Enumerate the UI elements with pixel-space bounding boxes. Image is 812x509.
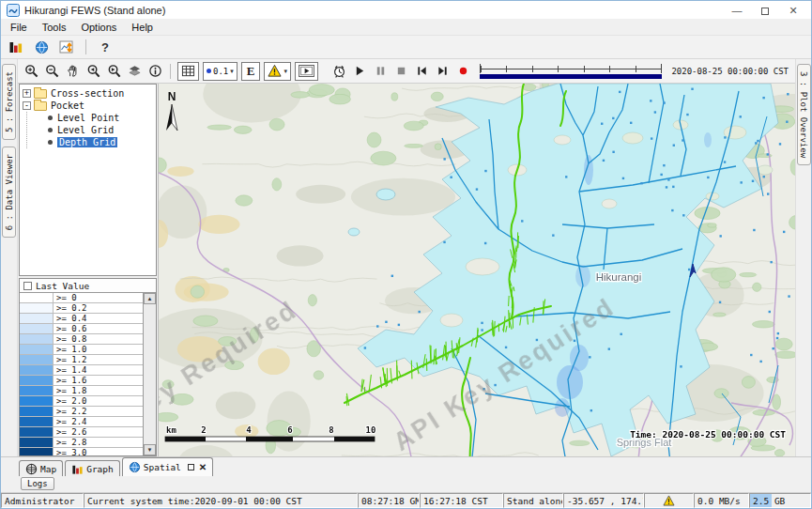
legend-toggle-button[interactable]: E: [241, 62, 261, 81]
legend-row: >= 3.0: [20, 448, 143, 455]
tree-item-level-grid[interactable]: Level Grid: [45, 124, 156, 136]
tab-map[interactable]: Map: [19, 460, 63, 476]
menu-help[interactable]: Help: [124, 20, 161, 35]
bar-chart-icon: [71, 463, 84, 475]
legend-row: >= 1.4: [20, 365, 143, 376]
tab-spatial[interactable]: Spatial ✕: [122, 457, 213, 476]
minimize-button[interactable]: —: [723, 2, 751, 19]
left-panel: + Cross-section - Pocket Lev: [18, 84, 159, 456]
logs-button[interactable]: Logs: [21, 477, 54, 490]
expander-icon[interactable]: -: [23, 101, 31, 110]
zoom-in-button[interactable]: [22, 62, 40, 81]
legend-rows: >= 0>= 0.2>= 0.4>= 0.6>= 0.8>= 1.0>= 1.2…: [20, 293, 143, 455]
timeline-slider[interactable]: [480, 64, 662, 79]
legend-row-label: >= 3.0: [54, 448, 143, 455]
zoom-out-button[interactable]: [42, 62, 61, 81]
legend-row-label: >= 2.8: [54, 438, 143, 447]
scroll-up-arrow[interactable]: ▲: [144, 293, 156, 304]
zoom-next-button[interactable]: [104, 62, 123, 81]
app-logo-icon: [7, 4, 20, 17]
legend-color-swatch: [20, 376, 54, 385]
window-title: Hikurangi FEWS (Stand alone): [24, 5, 165, 16]
tab-graph[interactable]: Graph: [65, 460, 120, 476]
last-value-checkbox[interactable]: [23, 282, 32, 290]
timeline-progress-bar: [480, 74, 662, 79]
timeline-rail[interactable]: [480, 64, 662, 73]
data-viewer-icon[interactable]: [6, 38, 26, 56]
map-time-label: Time: 2020-08-25 00:00:00 CST: [630, 429, 786, 440]
map-view[interactable]: API Key Required API Key Required Hikura…: [159, 84, 795, 456]
chevron-down-icon: ▾: [230, 68, 234, 75]
warning-icon: [268, 64, 282, 78]
grid-toggle-button[interactable]: [177, 62, 199, 81]
legend-color-swatch: [20, 334, 54, 344]
tree-item-level-point[interactable]: Level Point: [45, 112, 156, 124]
legend-row-label: >= 0.6: [54, 324, 143, 333]
layers-button[interactable]: [125, 62, 144, 81]
panel-tab-label: 3 : Plot Overview: [799, 71, 808, 158]
svg-text:8: 8: [329, 425, 333, 435]
panel-tab-data-viewer[interactable]: 6 : Data Viewer: [2, 147, 16, 238]
toolbar-separator: [170, 64, 171, 79]
right-panel-strip: 3 : Plot Overview: [795, 59, 811, 456]
class-interval-dropdown[interactable]: 0.1▾: [203, 62, 237, 81]
expander-icon[interactable]: +: [23, 89, 31, 98]
tree-item-depth-grid[interactable]: Depth Grid: [45, 136, 156, 148]
close-view-icon[interactable]: ✕: [199, 462, 207, 472]
panel-tab-forecast[interactable]: 5 : Forecast: [2, 64, 16, 140]
record-button[interactable]: [454, 62, 473, 81]
tree-item-cross-section[interactable]: + Cross-section: [23, 87, 156, 100]
legend-row-label: >= 2.4: [54, 417, 143, 426]
warning-icon: [663, 495, 675, 506]
maximize-icon: [761, 8, 769, 15]
restore-view-icon[interactable]: [188, 464, 194, 470]
pause-button[interactable]: [372, 62, 391, 81]
map-display-icon[interactable]: [31, 38, 52, 56]
legend-color-swatch: [20, 303, 54, 313]
zoom-previous-button[interactable]: [84, 62, 102, 81]
movie-player-button[interactable]: [295, 62, 318, 81]
warnings-dropdown[interactable]: ▾: [264, 62, 291, 81]
legend-row-label: >= 0.4: [54, 314, 143, 323]
maximize-button[interactable]: [751, 2, 779, 19]
legend-scrollbar[interactable]: ▲ ▼: [143, 293, 156, 455]
status-network-rate: 0.0 MB/s: [694, 493, 749, 508]
panel-tab-plot-overview[interactable]: 3 : Plot Overview: [797, 64, 811, 165]
pan-hand-button[interactable]: [63, 62, 82, 81]
help-button[interactable]: ?: [95, 40, 115, 54]
info-button[interactable]: [146, 62, 164, 81]
legend-row-label: >= 1.4: [54, 365, 143, 375]
animation-clock-icon[interactable]: [330, 62, 349, 81]
tab-label: Graph: [86, 464, 114, 474]
legend-button-label: E: [245, 64, 257, 79]
spatial-display-icon[interactable]: [56, 38, 77, 56]
scroll-down-arrow[interactable]: ▼: [144, 444, 156, 455]
legend-row-label: >= 1.0: [54, 345, 143, 354]
tab-label: Map: [40, 464, 56, 474]
bullet-icon: [48, 116, 53, 120]
tree-item-pocket[interactable]: - Pocket: [23, 100, 156, 112]
legend-color-swatch: [20, 293, 54, 302]
title-bar: Hikurangi FEWS (Stand alone) — ✕: [1, 1, 811, 19]
legend-color-swatch: [20, 324, 54, 333]
step-forward-button[interactable]: [434, 62, 452, 81]
legend-row-label: >= 1.2: [54, 355, 143, 364]
menu-options[interactable]: Options: [73, 20, 124, 35]
legend-row-label: >= 2.6: [54, 427, 143, 437]
legend-color-swatch: [20, 386, 54, 395]
svg-text:2: 2: [201, 425, 206, 435]
play-button[interactable]: [351, 62, 370, 81]
step-back-button[interactable]: [413, 62, 432, 81]
tree-item-label: Level Grid: [57, 125, 114, 135]
legend-row-label: >= 1.8: [54, 386, 143, 395]
legend-title: Last Value: [36, 281, 89, 291]
menu-tools[interactable]: Tools: [35, 20, 74, 35]
legend-color-swatch: [20, 355, 54, 364]
legend-color-swatch: [20, 448, 54, 455]
toolbar-separator: [85, 39, 86, 54]
legend-row-label: >= 0.2: [54, 303, 143, 313]
stop-button[interactable]: [392, 62, 411, 81]
close-button[interactable]: ✕: [779, 2, 807, 19]
menu-file[interactable]: File: [3, 20, 35, 35]
map-canvas[interactable]: API Key Required API Key Required Hikura…: [159, 84, 795, 456]
